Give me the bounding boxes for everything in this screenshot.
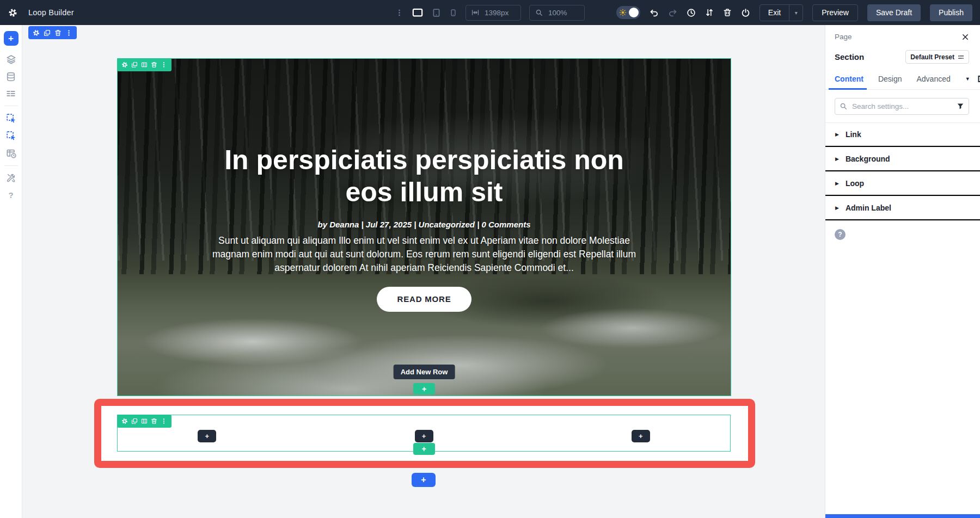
power-icon[interactable]: [741, 8, 750, 17]
add-module-column-1-button[interactable]: +: [198, 430, 216, 442]
triangle-right-icon: ▶: [835, 205, 839, 211]
trash-icon[interactable]: [723, 8, 732, 17]
add-module-column-3-button[interactable]: +: [632, 430, 650, 442]
tab-design[interactable]: Design: [878, 75, 902, 83]
layout-square-icon[interactable]: [977, 75, 980, 83]
database-icon[interactable]: [6, 72, 16, 82]
settings-search: [835, 98, 969, 115]
section-trash-icon[interactable]: [151, 61, 157, 68]
builder-settings-gear-icon[interactable]: [8, 8, 17, 17]
select-module-tool-icon[interactable]: [6, 113, 16, 124]
sun-icon: [619, 9, 627, 16]
help-icon[interactable]: ?: [835, 229, 846, 240]
loop-builder-app: Loop Builder: [0, 0, 980, 518]
page-trash-icon[interactable]: [54, 29, 62, 36]
search-settings-input[interactable]: [835, 98, 969, 115]
triangle-right-icon: ▶: [835, 156, 839, 162]
close-icon[interactable]: [961, 33, 969, 41]
sidebar-divider: [4, 165, 18, 166]
sidebar-help-icon[interactable]: ?: [5, 190, 16, 200]
canvas: In perspiciatis perspiciatis non eos ill…: [22, 25, 825, 518]
section-duplicate-icon[interactable]: [131, 61, 138, 68]
exit-caret-icon[interactable]: ▾: [789, 5, 803, 21]
exit-button[interactable]: Exit: [760, 5, 789, 21]
accordion-background[interactable]: ▶ Background: [825, 147, 980, 171]
page-duplicate-icon[interactable]: [44, 29, 51, 36]
canvas-width-input[interactable]: [483, 8, 515, 17]
tabs-caret-icon[interactable]: ▼: [965, 76, 970, 82]
post-title[interactable]: In perspiciatis perspiciatis non eos ill…: [201, 144, 647, 208]
default-preset-button[interactable]: Default Preset: [905, 50, 969, 64]
panel-header: Page: [835, 33, 969, 41]
add-section-button[interactable]: +: [412, 473, 436, 487]
row-columns-icon[interactable]: [141, 418, 148, 424]
row-kebab-icon[interactable]: [161, 418, 167, 424]
layers-icon[interactable]: [6, 54, 16, 65]
triangle-right-icon: ▶: [835, 181, 839, 186]
tools-icon[interactable]: [6, 173, 16, 183]
accordion-admin-label[interactable]: ▶ Admin Label: [825, 196, 980, 220]
table-history-icon[interactable]: [6, 148, 16, 158]
page-settings-gear-icon[interactable]: [33, 29, 40, 36]
search-icon: [840, 102, 847, 110]
accordion-link[interactable]: ▶ Link: [825, 122, 980, 147]
post-meta[interactable]: by Deanna | Jul 27, 2025 | Uncategorized…: [317, 220, 530, 229]
active-tab-underline: [829, 88, 867, 90]
filter-icon[interactable]: [957, 102, 964, 110]
preview-button[interactable]: Preview: [812, 4, 858, 21]
top-bar-right: Exit ▾ Preview Save Draft Publish: [616, 4, 980, 21]
element-label: Section: [835, 52, 864, 61]
top-bar-left: Loop Builder: [0, 8, 74, 17]
empty-row[interactable]: + + + +: [117, 415, 731, 452]
top-bar: Loop Builder: [0, 0, 980, 25]
tab-content[interactable]: Content: [835, 75, 863, 83]
canvas-width-input-wrap: [465, 5, 521, 21]
panel-help: ?: [835, 229, 969, 240]
post-excerpt[interactable]: Sunt ut aliquam qui aliquam Illo enim ut…: [206, 234, 642, 275]
row-settings-gear-icon[interactable]: [121, 418, 128, 424]
desktop-view-icon[interactable]: [412, 7, 424, 18]
panel-breadcrumb: Page: [835, 33, 852, 41]
row-duplicate-icon[interactable]: [131, 418, 138, 424]
history-clock-icon[interactable]: [687, 8, 696, 17]
left-toolbar: + ?: [0, 25, 22, 518]
undo-icon[interactable]: [650, 8, 659, 17]
tab-advanced[interactable]: Advanced: [916, 75, 950, 83]
select-row-tool-icon[interactable]: [6, 131, 16, 141]
add-row-button[interactable]: +: [413, 383, 435, 394]
page-kebab-icon[interactable]: [65, 29, 72, 36]
settings-list-icon[interactable]: [6, 89, 16, 98]
hero-section[interactable]: In perspiciatis perspiciatis non eos ill…: [117, 58, 731, 396]
section-toolbar: [117, 58, 171, 71]
settings-panel: Page Section Default Preset Content Desi…: [825, 25, 980, 518]
tabs-divider: [825, 89, 980, 90]
read-more-button[interactable]: READ MORE: [377, 287, 472, 312]
publish-button[interactable]: Publish: [930, 4, 972, 21]
builder-title: Loop Builder: [28, 8, 74, 17]
section-kebab-icon[interactable]: [161, 61, 167, 68]
exit-split-button: Exit ▾: [759, 4, 803, 21]
accordion-loop[interactable]: ▶ Loop: [825, 171, 980, 196]
section-settings-gear-icon[interactable]: [121, 61, 128, 68]
add-module-column-2-button[interactable]: +: [415, 430, 433, 442]
section-columns-icon[interactable]: [141, 61, 148, 68]
tablet-view-icon[interactable]: [432, 8, 441, 17]
add-row-below-button[interactable]: +: [413, 443, 435, 455]
post-content: In perspiciatis perspiciatis non eos ill…: [118, 59, 731, 312]
settings-tabs: Content Design Advanced ▼: [835, 75, 969, 83]
phone-view-icon[interactable]: [449, 9, 457, 17]
sort-arrows-icon[interactable]: [705, 8, 714, 17]
row-trash-icon[interactable]: [151, 418, 157, 424]
save-draft-button[interactable]: Save Draft: [867, 4, 921, 21]
view-options-kebab-icon[interactable]: [395, 9, 403, 17]
triangle-right-icon: ▶: [835, 132, 839, 137]
toggle-knob: [629, 8, 639, 17]
element-row: Section Default Preset: [835, 50, 969, 64]
canvas-zoom-input-wrap: [529, 5, 585, 21]
redo-icon[interactable]: [668, 8, 677, 17]
canvas-zoom-input[interactable]: [547, 8, 579, 17]
panel-bottom-accent: [825, 514, 980, 518]
theme-toggle[interactable]: [616, 6, 640, 19]
sidebar-divider: [4, 106, 18, 106]
add-module-button[interactable]: +: [4, 31, 19, 46]
